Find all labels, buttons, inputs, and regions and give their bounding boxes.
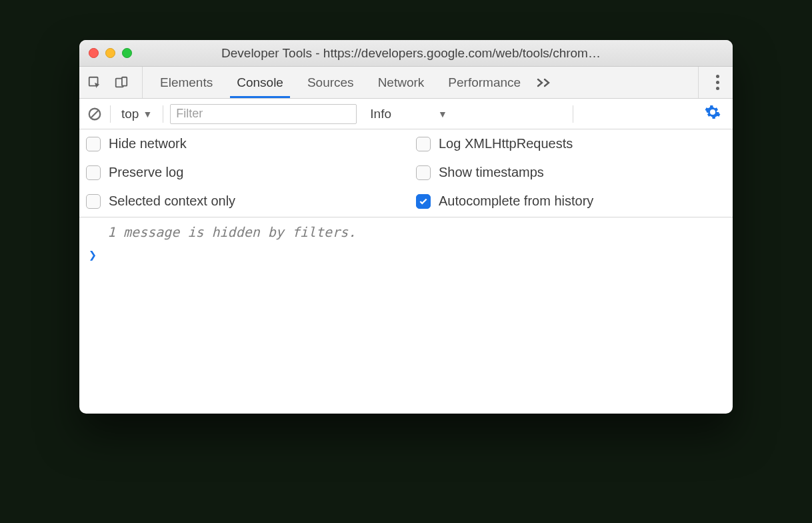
console-settings-panel: Hide network Log XMLHttpRequests Preserv… <box>79 129 733 217</box>
zoom-window-button[interactable] <box>122 48 132 58</box>
filtered-message-notice: 1 message is hidden by filters. <box>89 224 723 240</box>
console-prompt[interactable]: ❯ <box>89 247 723 263</box>
more-options-button[interactable] <box>709 71 726 94</box>
chevron-down-icon: ▼ <box>438 109 447 119</box>
window-title: Developer Tools - https://developers.goo… <box>139 46 723 61</box>
setting-label: Hide network <box>109 136 187 151</box>
device-toggle-icon[interactable] <box>113 74 130 91</box>
devtools-window: Developer Tools - https://developers.goo… <box>79 40 733 414</box>
console-settings-icon[interactable] <box>699 101 726 126</box>
clear-console-icon[interactable] <box>86 105 103 123</box>
panel-tabs: Elements Console Sources Network Perform… <box>148 67 555 98</box>
context-label: top <box>121 107 139 121</box>
checkbox[interactable] <box>86 194 101 209</box>
svg-line-4 <box>91 110 99 117</box>
setting-show-timestamps[interactable]: Show timestamps <box>416 165 726 180</box>
tab-console[interactable]: Console <box>225 67 295 98</box>
svg-point-5 <box>711 110 715 114</box>
tab-elements[interactable]: Elements <box>148 67 225 98</box>
tabs-overflow-button[interactable] <box>533 67 555 98</box>
inspect-element-icon[interactable] <box>86 74 103 91</box>
minimize-window-button[interactable] <box>105 48 115 58</box>
log-level-selector[interactable]: Info ▼ <box>363 107 447 121</box>
setting-label: Preserve log <box>109 165 183 180</box>
checkbox[interactable] <box>416 194 431 209</box>
chevron-down-icon: ▼ <box>143 109 152 119</box>
checkbox[interactable] <box>416 165 431 180</box>
setting-hide-network[interactable]: Hide network <box>86 136 396 151</box>
setting-label: Autocomplete from history <box>439 193 593 209</box>
titlebar: Developer Tools - https://developers.goo… <box>79 40 733 67</box>
setting-label: Log XMLHttpRequests <box>439 136 573 151</box>
tab-sources[interactable]: Sources <box>295 67 366 98</box>
setting-preserve-log[interactable]: Preserve log <box>86 165 396 180</box>
console-output: 1 message is hidden by filters. ❯ <box>79 217 733 414</box>
checkbox[interactable] <box>416 137 431 151</box>
console-toolbar: top ▼ Info ▼ <box>79 99 733 129</box>
devtools-tabbar: Elements Console Sources Network Perform… <box>79 67 733 99</box>
context-selector[interactable]: top ▼ <box>117 105 156 123</box>
svg-rect-2 <box>122 77 127 85</box>
filter-input[interactable] <box>170 104 357 124</box>
checkbox[interactable] <box>86 165 101 180</box>
setting-autocomplete-history[interactable]: Autocomplete from history <box>416 193 726 209</box>
setting-selected-context[interactable]: Selected context only <box>86 193 396 209</box>
setting-log-xhr[interactable]: Log XMLHttpRequests <box>416 136 726 151</box>
traffic-lights <box>89 48 132 58</box>
setting-label: Show timestamps <box>439 165 544 180</box>
tab-performance[interactable]: Performance <box>436 67 533 98</box>
log-level-label: Info <box>370 107 391 121</box>
close-window-button[interactable] <box>89 48 99 58</box>
checkbox[interactable] <box>86 137 101 151</box>
tab-network[interactable]: Network <box>366 67 437 98</box>
setting-label: Selected context only <box>109 193 235 209</box>
